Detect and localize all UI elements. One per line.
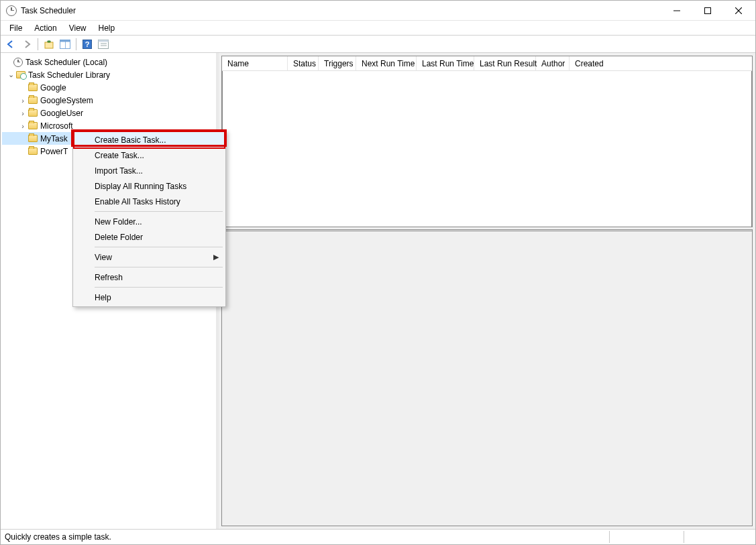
properties-button[interactable]	[58, 37, 72, 52]
col-last-result[interactable]: Last Run Result	[474, 56, 536, 71]
help-button[interactable]: ?	[80, 37, 95, 52]
col-status[interactable]: Status	[288, 56, 319, 71]
tree-root[interactable]: Task Scheduler (Local)	[2, 56, 215, 68]
folder-icon	[28, 108, 38, 119]
task-list-body[interactable]	[222, 71, 752, 227]
statusbar: Quickly creates a simple task.	[1, 529, 755, 544]
clock-icon	[13, 57, 23, 68]
folder-icon	[28, 121, 38, 131]
svg-rect-1	[705, 7, 711, 13]
context-menu: Create Basic Task... Create Task... Impo…	[72, 130, 226, 307]
col-author[interactable]: Author	[536, 56, 570, 71]
svg-rect-11	[99, 40, 109, 42]
menu-separator	[95, 211, 223, 212]
forward-button[interactable]	[19, 37, 34, 52]
tree-folder-label: Microsoft	[40, 121, 73, 131]
menu-help[interactable]: Help	[93, 22, 121, 34]
toolbar-separator	[38, 38, 38, 50]
toolbar-separator	[76, 38, 76, 50]
library-icon	[15, 70, 26, 80]
menu-view[interactable]: View	[63, 22, 93, 34]
tree-folder-googlesystem[interactable]: › GoogleSystem	[2, 94, 215, 107]
collapse-icon[interactable]: ⌄	[6, 70, 15, 79]
folder-icon	[28, 82, 38, 93]
folder-icon	[28, 146, 38, 157]
task-list: Name Status Triggers Next Run Time Last …	[221, 56, 753, 227]
menu-display-running[interactable]: Display All Running Tasks	[74, 178, 224, 194]
tree-folder-google[interactable]: Google	[2, 81, 215, 94]
toolbar: ?	[1, 36, 755, 53]
menu-enable-history[interactable]: Enable All Tasks History	[74, 194, 224, 209]
menu-create-task[interactable]: Create Task...	[74, 147, 224, 163]
tree-folder-label: GoogleUser	[40, 109, 83, 118]
tree-folder-label: MyTask	[40, 134, 68, 143]
col-last-run[interactable]: Last Run Time	[417, 56, 474, 71]
chevron-right-icon: ▶	[213, 253, 219, 261]
svg-text:?: ?	[85, 40, 90, 48]
svg-rect-4	[45, 42, 53, 48]
tree-root-label: Task Scheduler (Local)	[25, 58, 107, 67]
menu-import-task[interactable]: Import Task...	[74, 163, 224, 178]
main-pane: Name Status Triggers Next Run Time Last …	[219, 53, 755, 529]
menu-help[interactable]: Help	[74, 290, 224, 305]
menu-create-basic-task[interactable]: Create Basic Task...	[74, 132, 224, 147]
window-title: Task Scheduler	[21, 6, 76, 15]
expand-icon[interactable]: ›	[18, 122, 28, 130]
col-created[interactable]: Created	[570, 56, 752, 71]
svg-rect-7	[65, 40, 66, 48]
minimize-button[interactable]	[661, 1, 692, 21]
col-name[interactable]: Name	[222, 56, 288, 71]
menu-action[interactable]: Action	[28, 22, 62, 34]
menu-separator	[95, 287, 223, 288]
menu-separator	[95, 247, 223, 247]
tree-folder-label: PowerT	[40, 147, 68, 156]
back-button[interactable]	[3, 37, 18, 52]
status-text: Quickly creates a simple task.	[5, 532, 111, 542]
close-button[interactable]	[723, 1, 754, 21]
tree-folder-googleuser[interactable]: › GoogleUser	[2, 107, 215, 119]
folder-icon	[28, 133, 38, 144]
menu-refresh[interactable]: Refresh	[74, 269, 224, 285]
menu-delete-folder[interactable]: Delete Folder	[74, 229, 224, 245]
detail-pane	[221, 229, 753, 526]
menu-separator	[95, 267, 223, 267]
col-triggers[interactable]: Triggers	[319, 56, 356, 71]
view-button[interactable]	[96, 37, 111, 52]
tree-library-label: Task Scheduler Library	[28, 70, 110, 80]
maximize-button[interactable]	[692, 1, 723, 21]
menu-file[interactable]: File	[3, 22, 28, 34]
expand-icon[interactable]: ›	[18, 109, 28, 117]
col-next-run[interactable]: Next Run Time	[356, 56, 417, 71]
tree-folder-label: Google	[40, 83, 66, 93]
tree-library[interactable]: ⌄ Task Scheduler Library	[2, 68, 215, 81]
tree-folder-label: GoogleSystem	[40, 96, 93, 105]
clock-icon	[6, 5, 17, 16]
column-headers: Name Status Triggers Next Run Time Last …	[222, 56, 752, 71]
menu-new-folder[interactable]: New Folder...	[74, 214, 224, 229]
menu-view[interactable]: View▶	[74, 249, 224, 265]
expand-icon[interactable]: ›	[18, 97, 28, 105]
titlebar: Task Scheduler	[1, 1, 755, 21]
menubar: File Action View Help	[1, 21, 755, 36]
folder-icon	[28, 95, 38, 106]
up-button[interactable]	[42, 37, 56, 52]
